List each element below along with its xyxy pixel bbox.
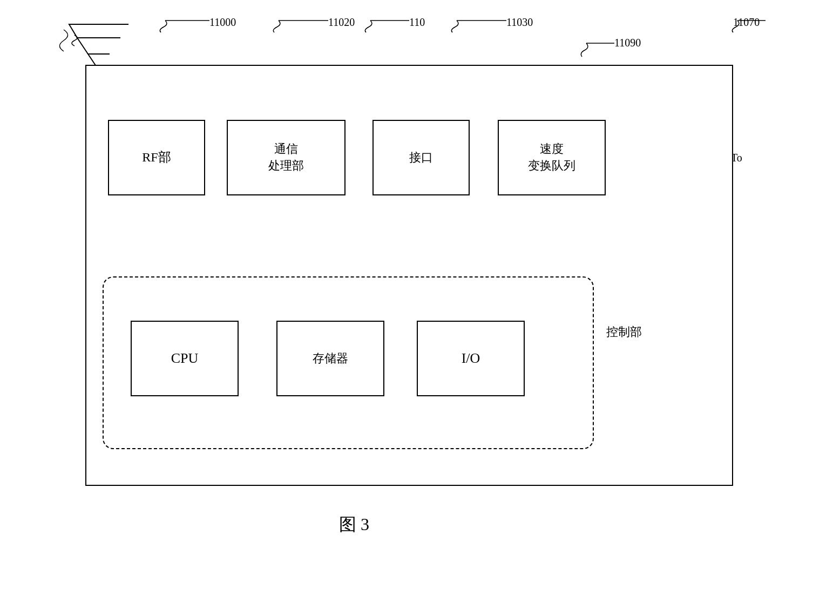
- comm-proc-box: 通信 处理部: [227, 120, 346, 195]
- diagram-container: 11000 11010 11020 110 11030 11090 11070 …: [42, 16, 798, 529]
- cpu-box: CPU: [131, 321, 239, 396]
- speed-conv-box: 速度 变换队列: [498, 120, 606, 195]
- ref-11090: 11090: [614, 37, 641, 49]
- io-box: I/O: [417, 321, 525, 396]
- ref-11020: 11020: [328, 16, 355, 29]
- interface-box: 接口: [372, 120, 470, 195]
- control-part-label: 控制部: [606, 324, 642, 340]
- ref-11000: 11000: [209, 16, 236, 29]
- ref-110: 110: [409, 16, 425, 29]
- ref-11070: 11070: [733, 16, 760, 29]
- main-box: RF部 通信 处理部 接口 速度 变换队列 CPU 存储器 I/O: [85, 65, 733, 486]
- memory-box: 存储器: [276, 321, 384, 396]
- rf-unit-box: RF部: [108, 120, 205, 195]
- control-section-box: CPU 存储器 I/O: [103, 276, 594, 449]
- ref-11030: 11030: [506, 16, 533, 29]
- figure-caption: 图 3: [339, 513, 369, 537]
